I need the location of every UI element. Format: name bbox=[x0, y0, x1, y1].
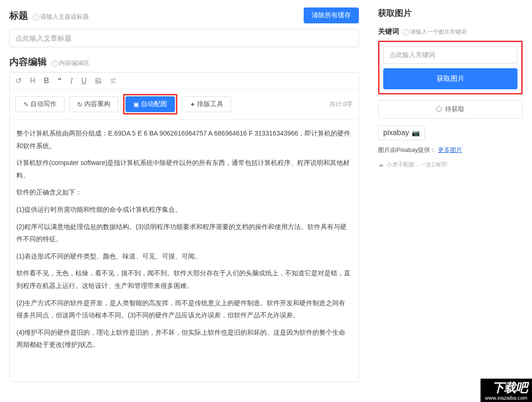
content-paragraph: 软件看不见，无色，枯燥，看不见，摸不到，闻不到。软件大部分存在于人们的头脑或纸上… bbox=[16, 267, 352, 292]
bold-icon[interactable]: B bbox=[44, 77, 50, 85]
refresh-icon: ↻ bbox=[77, 101, 82, 108]
align-left-icon[interactable] bbox=[110, 77, 117, 85]
content-paragraph: (1)提供运行时所需功能和性能的命令或计算机程序集合。 bbox=[16, 203, 352, 216]
pending-status: 待获取 bbox=[378, 100, 523, 119]
info-icon: ! bbox=[33, 14, 39, 21]
fetch-image-button[interactable]: 获取图片 bbox=[383, 68, 517, 89]
auto-image-button[interactable]: ▣ 自动配图 bbox=[125, 96, 175, 112]
title-hint: !请输入主题或标题 bbox=[33, 13, 89, 20]
keyword-highlight-box: 获取图片 bbox=[378, 41, 523, 94]
content-paragraph: 整个计算机系统由两部分组成：E.69DA 5 E 6 BA 9062616964… bbox=[16, 127, 352, 152]
content-paragraph: (4)维护不同的硬件是旧的，理论上软件是旧的，并不坏，但实际上软件也是旧的和坏的… bbox=[16, 326, 352, 351]
editor-box: ↺ H B ❝ I U ✎ 自动写作 ↻ bbox=[9, 72, 359, 382]
content-edit-hint: !内容编辑区 bbox=[51, 59, 89, 66]
info-icon: ! bbox=[403, 29, 409, 36]
fetch-image-title: 获取图片 bbox=[378, 7, 523, 19]
footer-note: ☁ 小虎子配图，一次1淘币! bbox=[378, 161, 523, 169]
auto-image-highlight: ▣ 自动配图 bbox=[123, 94, 177, 115]
italic-icon[interactable]: I bbox=[70, 77, 73, 85]
image-icon[interactable] bbox=[95, 77, 102, 85]
underline-icon[interactable]: U bbox=[81, 77, 87, 85]
heading-icon[interactable]: H bbox=[30, 77, 36, 85]
layout-tool-button[interactable]: ✦ 排版工具 bbox=[182, 96, 231, 112]
pixabay-badge: pixabay 📷 bbox=[378, 125, 425, 140]
quote-icon[interactable]: ❝ bbox=[58, 76, 62, 85]
content-body[interactable]: 整个计算机系统由两部分组成：E.69DA 5 E 6 BA 9062616964… bbox=[10, 120, 358, 381]
content-paragraph: (2)程序可以满意地处理信息的数据结构。(3)说明程序功能要求和程序需要的文档的… bbox=[16, 221, 352, 245]
camera-icon: 📷 bbox=[410, 129, 420, 136]
pencil-icon: ✎ bbox=[23, 101, 29, 108]
article-title-input[interactable] bbox=[9, 29, 359, 47]
title-label: 标题 bbox=[9, 10, 28, 21]
char-count: 共计:0字 bbox=[329, 100, 353, 108]
editor-toolbar: ↺ H B ❝ I U bbox=[10, 72, 358, 89]
content-header: 内容编辑 !内容编辑区 bbox=[9, 56, 359, 68]
action-row: ✎ 自动写作 ↻ 内容重构 ▣ 自动配图 ✦ 排版工具 bbox=[10, 89, 358, 120]
keyword-label: 关键词 !请输入一个图片关键词 bbox=[378, 27, 523, 36]
provider-line: 图片由Pixabay提供： 更多图片 bbox=[378, 146, 523, 154]
content-paragraph: (2)生产方式不同的软件是开发，是人类智能的高发挥，而不是传统意义上的硬件制造。… bbox=[16, 297, 352, 322]
more-images-link[interactable]: 更多图片 bbox=[438, 146, 462, 153]
title-header: 标题 !请输入主题或标题 清除所有缓存 bbox=[9, 7, 359, 23]
cloud-icon: ☁ bbox=[378, 161, 384, 168]
content-edit-label: 内容编辑 bbox=[9, 57, 47, 67]
circle-icon bbox=[436, 106, 442, 112]
keyword-input[interactable] bbox=[383, 46, 517, 64]
clear-cache-button[interactable]: 清除所有缓存 bbox=[304, 7, 359, 23]
watermark: 下载吧 www.xiazaiba.com bbox=[481, 379, 532, 402]
info-icon: ! bbox=[51, 60, 58, 67]
wand-icon: ✦ bbox=[190, 101, 195, 108]
undo-icon[interactable]: ↺ bbox=[15, 76, 22, 85]
content-paragraph: 计算机软件(computer software)是指计算机系统中除硬件以外的所有… bbox=[16, 157, 352, 181]
content-paragraph: 软件的正确含义如下： bbox=[16, 186, 352, 199]
content-rebuild-button[interactable]: ↻ 内容重构 bbox=[69, 96, 118, 112]
image-plus-icon: ▣ bbox=[133, 101, 139, 108]
content-paragraph: (1)表达形式不同的硬件类型、颜色、味道、可见、可摸、可闻。 bbox=[16, 250, 352, 263]
auto-write-button[interactable]: ✎ 自动写作 bbox=[15, 96, 65, 112]
